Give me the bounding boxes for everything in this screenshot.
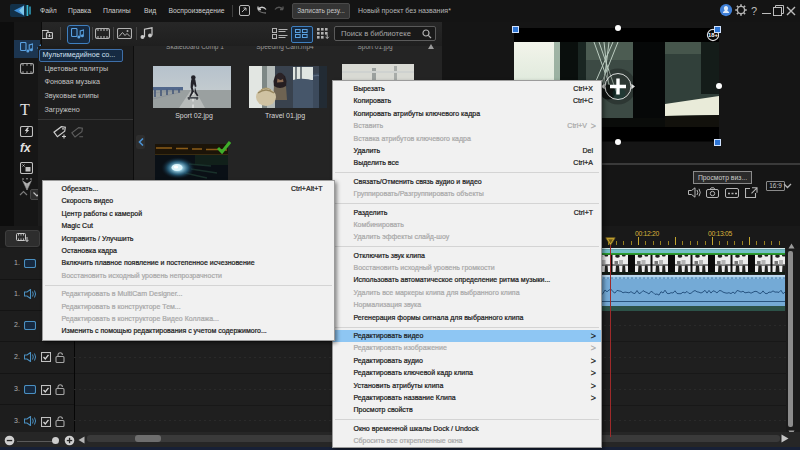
svg-text:18+: 18+ [708,32,718,38]
